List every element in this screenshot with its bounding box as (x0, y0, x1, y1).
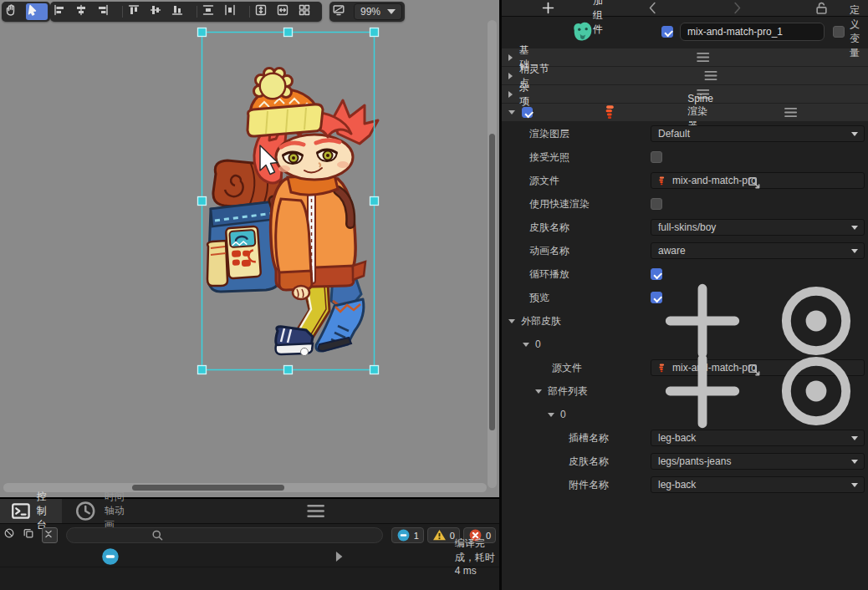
align-right-button[interactable] (96, 3, 118, 20)
spine-icon (539, 104, 681, 121)
fast-render-checkbox[interactable] (651, 198, 662, 210)
skin-name-select[interactable]: full-skins/boy (651, 219, 865, 236)
character-sprite[interactable] (207, 69, 378, 355)
align-group (50, 2, 322, 22)
chevron-down-icon (523, 343, 529, 347)
distribute-vertical-button[interactable] (202, 3, 223, 20)
copy-log-button[interactable] (23, 527, 38, 543)
chevron-down-icon (851, 460, 858, 464)
part-skin-name-label: 皮肤名称 (569, 455, 609, 469)
select-value: leg-back (658, 432, 696, 444)
asset-picker-icon[interactable] (648, 175, 860, 191)
attachment-name-select[interactable]: leg-back (651, 476, 865, 493)
vertical-scrollbar[interactable] (488, 20, 497, 488)
align-top-icon (127, 3, 149, 20)
info-icon (0, 547, 222, 567)
cursor-icon (26, 3, 48, 20)
clear-log-button[interactable] (3, 527, 19, 543)
render-layer-select[interactable]: Default (651, 125, 865, 142)
external-skins-group[interactable]: 外部皮肤 (508, 314, 561, 328)
select-tool-button[interactable] (26, 3, 48, 20)
horizontal-scrollbar[interactable] (3, 483, 487, 492)
tab-label: 时间轴动画 (105, 490, 129, 532)
section-basic[interactable]: 基础 (502, 48, 868, 66)
inspector-header: 增加组件 (502, 0, 868, 17)
preview-label: 预览 (529, 291, 549, 305)
accept-lighting-label: 接受光照 (529, 150, 569, 165)
console-panel: 控制台 时间轴动画 1 0 (0, 497, 499, 590)
expand-log-icon[interactable] (227, 547, 451, 567)
select-value: legs/pants-jeans (658, 455, 731, 467)
menu-icon[interactable] (544, 48, 861, 66)
align-right-icon (96, 3, 118, 20)
align-left-button[interactable] (53, 3, 74, 20)
chevron-right-icon (508, 91, 513, 98)
chevron-right-icon (508, 73, 513, 79)
property-row: 外部皮肤 (502, 309, 868, 333)
section-misc[interactable]: 杂项 (502, 85, 868, 103)
source-file-field[interactable]: mix-and-match-pro (651, 172, 865, 189)
part-skin-name-select[interactable]: legs/pants-jeans (651, 453, 865, 470)
vertical-scrollbar-thumb[interactable] (489, 134, 495, 430)
hand-tool-button[interactable] (4, 3, 26, 20)
fit-height-icon (254, 3, 276, 20)
item-index-label: 0 (535, 338, 541, 350)
animation-name-select[interactable]: aware (651, 242, 865, 259)
display-mode-button[interactable] (332, 3, 354, 20)
align-top-button[interactable] (127, 3, 149, 20)
distribute-vertical-icon (202, 3, 223, 20)
zoom-value: 99% (360, 6, 380, 18)
spine-enabled-checkbox[interactable] (522, 107, 533, 118)
align-middle-button[interactable] (149, 3, 171, 20)
collapse-log-button[interactable] (42, 527, 58, 543)
align-center-vertical-button[interactable] (74, 3, 96, 20)
parts-list-group[interactable]: 部件列表 (535, 384, 588, 399)
fast-render-label: 使用快速渲染 (529, 197, 590, 211)
node-row: 定义变量 (502, 19, 868, 44)
info-count-badge[interactable]: 1 (391, 527, 424, 543)
source-file-label: 源文件 (529, 174, 559, 188)
search-icon (72, 528, 243, 542)
tile-button[interactable] (298, 3, 319, 20)
property-row: 使用快速渲染 (502, 192, 868, 216)
history-back-button[interactable] (613, 0, 692, 16)
warning-icon (432, 528, 447, 542)
menu-icon[interactable] (720, 104, 861, 121)
tool-group (2, 2, 50, 22)
fit-width-button[interactable] (276, 3, 298, 20)
menu-icon[interactable] (560, 67, 861, 84)
pivot-handle (301, 348, 309, 356)
log-entry[interactable]: 编译完成，耗时 4 ms (0, 547, 499, 567)
chevron-down-icon (535, 389, 542, 394)
slot-name-select[interactable]: leg-back (651, 430, 865, 446)
property-row: 动画名称 aware (502, 239, 868, 262)
attachment-name-label: 附件名称 (569, 478, 609, 492)
distribute-horizontal-button[interactable] (223, 3, 245, 20)
node-type-icon (510, 19, 655, 44)
console-toolbar: 1 0 0 (0, 524, 499, 547)
tab-label: 控制台 (37, 490, 52, 532)
menu-icon[interactable] (139, 499, 493, 523)
animation-name-label: 动画名称 (529, 244, 569, 258)
copy-icon (23, 527, 38, 543)
external-skin-item-0[interactable]: 0 (523, 338, 541, 350)
hand-icon (4, 3, 26, 20)
align-bottom-button[interactable] (171, 3, 192, 20)
scene-view[interactable]: 99% (0, 0, 499, 497)
horizontal-scrollbar-thumb[interactable] (132, 485, 284, 491)
section-sprite-node[interactable]: 精灵节点 (502, 67, 868, 84)
section-spine-renderer[interactable]: Spine渲染器 (502, 104, 868, 121)
fit-height-button[interactable] (254, 3, 276, 20)
log-search-input[interactable] (248, 530, 377, 542)
align-middle-icon (149, 3, 171, 20)
define-variable-checkbox[interactable] (833, 26, 845, 38)
history-forward-button[interactable] (697, 0, 777, 16)
chevron-right-icon (508, 54, 513, 61)
accept-lighting-checkbox[interactable] (651, 151, 662, 163)
part-item-0[interactable]: 0 (548, 409, 566, 420)
tab-console[interactable]: 控制台 (0, 499, 62, 523)
node-name-input[interactable] (680, 23, 825, 41)
zoom-dropdown[interactable]: 99% (354, 3, 402, 20)
node-enabled-checkbox[interactable] (661, 26, 673, 38)
tab-timeline-animation[interactable]: 时间轴动画 (62, 499, 138, 523)
